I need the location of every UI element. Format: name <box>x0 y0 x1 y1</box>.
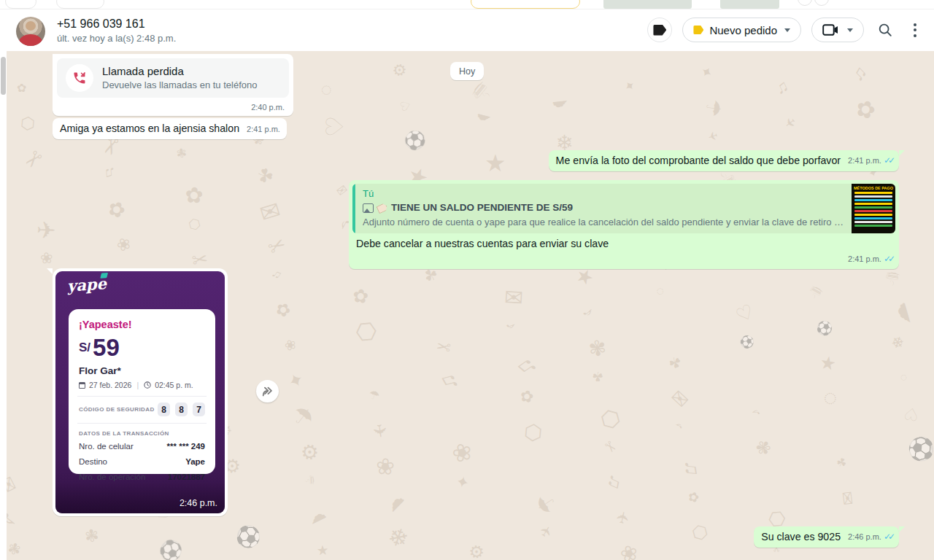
transaction-data-label: DATOS DE LA TRANSACCIÓN <box>79 430 205 437</box>
clock-icon <box>144 381 151 389</box>
outgoing-message[interactable]: Me envía la foto del comprobante del sal… <box>549 150 899 171</box>
label-icon <box>653 25 666 36</box>
incoming-message[interactable]: Amiga ya estamos en la ajensia shalon 2:… <box>53 118 287 139</box>
message-time: 2:46 p.m. <box>848 532 892 542</box>
incoming-image-message[interactable]: yape ¡Yapeaste! S/ 59 Flor Gar* 27 feb. … <box>53 268 228 516</box>
transaction-row: Nro. de operación17021887 <box>79 471 205 483</box>
quote-thumbnail: MÉTODOS DE PAGO <box>852 184 895 233</box>
yape-logo: yape <box>66 274 107 295</box>
whatsapp-window: +51 966 039 161 últ. vez hoy a la(s) 2:4… <box>0 0 934 560</box>
cutoff-block <box>720 0 779 9</box>
menu-button[interactable] <box>906 23 924 37</box>
missed-call-message[interactable]: Llamada perdida Devuelve las llamadas en… <box>53 54 293 116</box>
quote-author: Tú <box>363 188 844 199</box>
quote-body: Tú TIENE UN SALDO PENDIENTE DE S/59 Adju… <box>355 184 852 233</box>
receipt-payee: Flor Gar* <box>79 365 205 376</box>
kebab-icon <box>914 23 916 26</box>
search-button[interactable] <box>874 19 896 41</box>
video-call-button[interactable] <box>811 18 864 42</box>
receipt-datetime: 27 feb. 2026 | 02:45 p. m. <box>79 381 205 389</box>
message-time: 2:41 p.m. <box>848 155 892 166</box>
new-order-label: Nuevo pedido <box>709 24 777 36</box>
scrollbar-thumb[interactable] <box>1 57 6 95</box>
security-code-row: CÓDIGO DE SEGURIDAD 8 8 7 <box>79 402 205 416</box>
chevron-down-icon <box>847 28 853 32</box>
chevron-down-icon <box>784 28 790 32</box>
label-tag-emoji-icon <box>376 202 388 214</box>
video-camera-icon <box>822 24 838 36</box>
outgoing-message-with-quote[interactable]: Tú TIENE UN SALDO PENDIENTE DE S/59 Adju… <box>349 180 899 269</box>
message-text: Su clave es 9025 <box>761 531 841 542</box>
conversation-panel: ✿❀☁★♪♫✈☕⚽✉✂☂⚙♡☘⬡✦❄◌✾✿❀☁★♪♫✈☕⚽✉✂☂⚙♡☘⬡✦❄◌✾… <box>0 51 934 560</box>
missed-call-title: Llamada perdida <box>102 64 257 79</box>
new-order-button[interactable]: Nuevo pedido <box>682 18 801 42</box>
quoted-message[interactable]: Tú TIENE UN SALDO PENDIENTE DE S/59 Adju… <box>352 184 895 233</box>
missed-call-card[interactable]: Llamada perdida Devuelve las llamadas en… <box>57 58 289 98</box>
transaction-row: DestinoYape <box>79 456 205 467</box>
read-receipt-icon <box>884 532 892 542</box>
outgoing-message[interactable]: Su clave es 9025 2:46 p.m. <box>754 526 899 548</box>
search-icon <box>877 22 893 38</box>
quote-title: TIENE UN SALDO PENDIENTE DE S/59 <box>391 201 573 214</box>
message-time: 2:46 p.m. <box>180 498 217 508</box>
yape-receipt-card: ¡Yapeaste! S/ 59 Flor Gar* 27 feb. 2026 … <box>69 309 215 474</box>
contact-name: +51 966 039 161 <box>57 16 176 32</box>
message-text: Amiga ya estamos en la ajensia shalon <box>60 122 239 134</box>
label-button[interactable] <box>647 18 672 42</box>
receipt-headline: ¡Yapeaste! <box>79 319 205 330</box>
calendar-icon <box>79 382 85 389</box>
top-remnant-strip <box>0 0 934 9</box>
date-divider: Hoy <box>450 62 484 80</box>
forward-icon <box>261 386 274 397</box>
contact-avatar[interactable] <box>16 17 45 46</box>
message-text: Debe cancelar a nuestras cuentas para en… <box>352 233 895 251</box>
yape-receipt-image[interactable]: yape ¡Yapeaste! S/ 59 Flor Gar* 27 feb. … <box>55 271 225 513</box>
receipt-amount: S/ 59 <box>79 335 205 360</box>
last-seen-status: últ. vez hoy a la(s) 2:48 p.m. <box>57 32 176 45</box>
chat-header: +51 966 039 161 últ. vez hoy a la(s) 2:4… <box>0 9 934 51</box>
cutoff-chip-yellow <box>471 0 580 9</box>
cutoff-chip <box>5 0 36 9</box>
chatlist-edge <box>0 51 7 560</box>
photo-icon <box>363 203 374 213</box>
cutoff-circle <box>814 0 829 6</box>
read-receipt-icon <box>884 155 892 166</box>
message-time: 2:41 p.m. <box>848 254 892 263</box>
message-time: 2:40 p.m. <box>251 103 285 112</box>
security-code-digits: 8 8 7 <box>158 402 205 416</box>
missed-call-icon-wrap <box>66 64 93 92</box>
message-time: 2:41 p.m. <box>247 125 280 134</box>
security-code-label: CÓDIGO DE SEGURIDAD <box>79 406 155 413</box>
header-actions: Nuevo pedido <box>647 17 924 43</box>
missed-call-icon <box>72 71 87 85</box>
cutoff-circle <box>798 0 812 6</box>
quote-title-row: TIENE UN SALDO PENDIENTE DE S/59 <box>363 201 844 214</box>
quote-subtitle: Adjunto número de cuenta o yape para que… <box>363 217 844 228</box>
transaction-row: Nro. de celular*** *** 249 <box>79 440 205 452</box>
cutoff-chip <box>56 0 104 9</box>
message-text: Me envía la foto del comprobante del sal… <box>556 155 841 166</box>
order-label-icon <box>693 26 703 34</box>
missed-call-texts: Llamada perdida Devuelve las llamadas en… <box>102 64 257 92</box>
forward-button[interactable] <box>256 380 279 402</box>
read-receipt-icon <box>884 254 892 264</box>
missed-call-subtitle: Devuelve las llamadas en tu teléfono <box>102 79 257 92</box>
cutoff-block <box>603 0 692 9</box>
contact-info[interactable]: +51 966 039 161 últ. vez hoy a la(s) 2:4… <box>57 16 176 45</box>
